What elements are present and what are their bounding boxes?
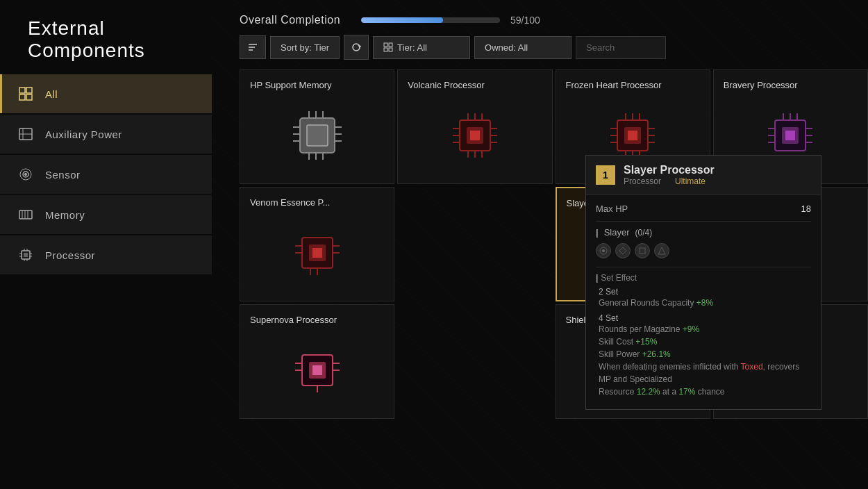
sidebar-label-processor: Processor [45,249,95,261]
main-content: Overall Completion 59/100 Sort by: Tier … [240,0,868,489]
item-name: Venom Essence P... [250,197,384,209]
svg-rect-47 [470,131,480,140]
memory-icon [16,205,35,224]
svg-point-9 [24,173,27,176]
svg-rect-1 [26,88,32,93]
set-icons-row [596,243,811,258]
sort-icon-btn[interactable] [240,35,266,59]
set-num-2: 2 Set [599,287,811,297]
item-name: Supernova Processor [250,315,384,326]
sidebar-item-auxiliary-power[interactable]: Auxiliary Power [0,115,212,154]
tooltip-stat-row: Max HP 18 [596,204,811,214]
sort-by-tier-btn[interactable]: Sort by: Tier [270,36,340,59]
tooltip-set-count: (0/4) [635,228,653,238]
tooltip-header: 1 Slayer Processor Processor Ultimate [586,156,821,195]
sidebar-label-sensor: Sensor [45,169,81,181]
set-indicator: | [596,227,599,238]
set-icon-4 [654,243,669,258]
item-name: Bravery Processor [724,80,858,92]
svg-rect-2 [19,94,25,100]
tooltip-set-name: Slayer [604,227,630,238]
sidebar-item-all[interactable]: All [0,74,212,113]
search-box[interactable]: Search [576,36,666,59]
set-icon-3 [635,243,650,258]
tooltip-tier-badge: 1 [596,165,615,185]
tooltip-divider-2 [596,267,811,267]
page-title: External Components [0,0,212,74]
svg-rect-62 [628,131,637,140]
progress-bar [361,17,500,23]
item-name: HP Support Memory [250,80,384,92]
grid-item-venom-essence-processor[interactable]: Venom Essence P... [240,187,394,301]
owned-filter-btn[interactable]: Owned: All [474,36,571,59]
item-name: Volcanic Processor [408,80,542,92]
completion-row: Overall Completion 59/100 [240,14,868,26]
tier-filter-btn[interactable]: Tier: All [373,36,470,59]
svg-rect-30 [389,48,392,51]
item-image [408,97,542,174]
item-name: Frozen Heart Processor [566,80,700,92]
set-effect-label: Set Effect [601,273,637,283]
set-icon-2 [615,243,631,258]
svg-point-142 [602,249,605,252]
svg-rect-29 [384,48,387,51]
refresh-btn[interactable] [344,35,369,60]
sensor-icon [16,165,35,184]
search-placeholder: Search [586,42,615,53]
set-effect-header: | Set Effect [596,273,811,283]
filter-row: Sort by: Tier Tier: All Owned: All Searc… [240,35,868,60]
set-effect-indicator: | [596,273,598,283]
item-image [250,215,384,291]
tooltip-set-header: | Slayer (0/4) [596,227,811,238]
auxiliary-power-icon [16,124,35,144]
tooltip-subtitle: Processor Ultimate [624,176,715,186]
set-desc-4: Rounds per Magazine +9% Skill Cost +15% … [599,323,811,398]
tooltip-stat-value: 18 [801,204,811,214]
sidebar: External Components All Auxiliary Power … [0,0,212,489]
set-effect-2set: 2 Set General Rounds Capacity +8% [596,287,811,309]
svg-rect-28 [389,43,392,47]
all-icon [16,84,35,103]
set-icon-1 [596,243,611,258]
item-image [250,97,384,174]
svg-rect-0 [19,88,25,93]
tooltip-title-area: Slayer Processor Processor Ultimate [624,164,715,186]
sidebar-item-processor[interactable]: Processor [0,235,212,274]
sidebar-item-sensor[interactable]: Sensor [0,155,212,194]
processor-icon [16,245,35,265]
completion-label: Overall Completion [240,14,351,26]
set-num-4: 4 Set [599,313,811,323]
item-image [250,332,384,408]
sidebar-item-memory[interactable]: Memory [0,195,212,234]
tooltip-stat-label: Max HP [596,204,628,214]
svg-rect-143 [640,248,645,254]
svg-rect-89 [312,248,322,258]
svg-rect-27 [384,43,387,47]
svg-marker-144 [658,247,665,254]
svg-rect-3 [26,94,32,100]
tooltip-item-name: Slayer Processor [624,164,715,176]
item-tooltip: 1 Slayer Processor Processor Ultimate Ma… [585,155,821,410]
tooltip-type: Processor [624,176,661,186]
tooltip-rarity: Ultimate [675,176,706,186]
svg-rect-10 [19,210,32,219]
svg-rect-15 [24,253,28,257]
set-desc-2: General Rounds Capacity +8% [599,297,811,309]
progress-bar-fill [361,17,443,23]
sidebar-label-auxiliary-power: Auxiliary Power [45,129,122,140]
svg-rect-121 [312,365,322,375]
grid-item-supernova-processor[interactable]: Supernova Processor [240,304,394,419]
top-bar: Overall Completion 59/100 Sort by: Tier … [240,0,868,67]
sidebar-label-all: All [45,88,58,100]
grid-item-volcanic-processor[interactable]: Volcanic Processor [397,69,552,184]
grid-item-hp-support-memory[interactable]: HP Support Memory [240,69,394,184]
sidebar-label-memory: Memory [45,209,85,221]
tooltip-body: Max HP 18 | Slayer (0/4) [586,195,821,409]
completion-value: 59/100 [510,15,540,26]
tooltip-divider-1 [596,221,811,222]
set-effect-4set: 4 Set Rounds per Magazine +9% Skill Cost… [596,313,811,398]
svg-rect-77 [785,131,795,140]
svg-rect-32 [307,125,328,146]
